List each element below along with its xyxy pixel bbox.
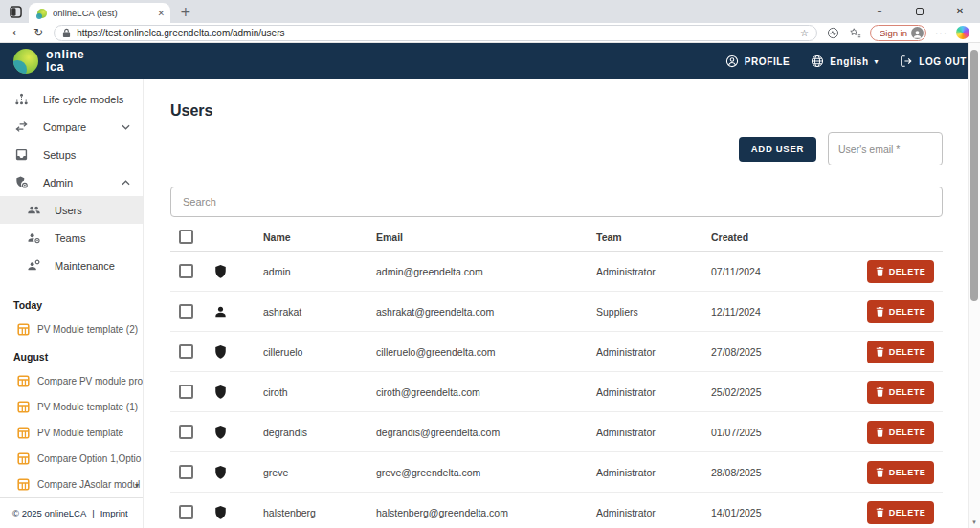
user-email: halstenberg@greendelta.com <box>376 507 596 518</box>
sidebar-item-users[interactable]: Users <box>0 196 143 224</box>
recent-item[interactable]: PV Module template <box>0 420 143 446</box>
sidebar-item-label: Admin <box>43 177 73 188</box>
chevron-down-icon <box>122 124 130 130</box>
recent-item-label: PV Module template (2) <box>37 324 138 335</box>
user-name: degrandis <box>263 427 376 438</box>
delete-button[interactable]: DELETE <box>867 260 934 283</box>
trash-icon <box>876 427 884 437</box>
address-bar[interactable]: https://test.onlinelca.greendelta.com/ad… <box>54 25 817 41</box>
recent-item[interactable]: Compare Option 1,Optio <box>0 446 143 472</box>
sidebar-item-label: Users <box>55 205 82 216</box>
content-area: Life cycle models Compare Setups <box>0 79 980 528</box>
add-user-button[interactable]: ADD USER <box>739 137 816 162</box>
column-header-name: Name <box>263 231 376 243</box>
row-checkbox[interactable] <box>179 344 193 359</box>
sidebar-item-maintenance[interactable]: Maintenance <box>0 252 143 279</box>
table-row: admin admin@greendelta.com Administrator… <box>170 252 943 292</box>
browser-essentials-icon[interactable] <box>822 27 844 39</box>
row-checkbox[interactable] <box>179 385 193 399</box>
user-created: 07/11/2024 <box>711 266 859 277</box>
inbox-icon <box>13 147 29 162</box>
row-checkbox[interactable] <box>179 304 193 319</box>
sidebar-item-compare[interactable]: Compare <box>0 113 143 141</box>
browser-workspaces-icon[interactable] <box>5 1 26 22</box>
table-icon <box>17 478 30 491</box>
shield-icon <box>213 505 228 520</box>
recent-item[interactable]: PV Module template (1) <box>0 394 143 420</box>
select-all-checkbox[interactable] <box>179 230 193 244</box>
language-selector[interactable]: English ▾ <box>811 55 879 68</box>
scrollbar-thumb[interactable] <box>970 50 978 301</box>
user-team: Suppliers <box>596 306 711 318</box>
recent-analyses: Today PV Module template (2) August Comp… <box>0 279 143 497</box>
delete-button[interactable]: DELETE <box>867 381 934 404</box>
page-scrollbar[interactable]: ▾ <box>968 43 980 528</box>
tab-title: onlineLCA (test) <box>53 8 151 18</box>
user-created: 27/08/2025 <box>711 346 859 358</box>
recent-item[interactable]: PV Module template (2) <box>0 317 143 342</box>
table-icon <box>17 323 30 336</box>
delete-label: DELETE <box>889 347 926 357</box>
compare-arrows-icon <box>13 120 29 134</box>
user-email-field[interactable] <box>828 132 943 165</box>
sidebar-item-label: Life cycle models <box>43 94 123 105</box>
app-header: online lca PROFILE English ▾ LOG OUT <box>0 43 980 79</box>
tab-close-icon[interactable]: ✕ <box>157 9 165 18</box>
signin-button[interactable]: Sign in <box>870 25 926 41</box>
user-name: cilleruelo <box>263 346 376 358</box>
user-created: 01/07/2025 <box>711 427 859 438</box>
row-checkbox[interactable] <box>179 425 193 439</box>
scrollbar-down-arrow[interactable]: ▾ <box>969 518 980 526</box>
site-favicon-icon <box>37 9 47 18</box>
trash-icon <box>876 266 884 276</box>
favorite-star-icon[interactable]: ☆ <box>800 28 809 38</box>
row-checkbox[interactable] <box>179 264 193 278</box>
delete-button[interactable]: DELETE <box>867 501 934 524</box>
browser-tab[interactable]: onlineLCA (test) ✕ <box>29 3 170 23</box>
collections-icon[interactable] <box>844 27 866 39</box>
logout-button[interactable]: LOG OUT <box>900 55 967 68</box>
window-restore-button[interactable] <box>900 0 940 23</box>
recent-item[interactable]: Compare PV module pro <box>0 368 143 394</box>
table-row: ashrakat ashrakat@greendelta.com Supplie… <box>170 292 943 332</box>
table-icon <box>17 452 30 465</box>
sidebar-item-label: Setups <box>43 149 76 161</box>
profile-button[interactable]: PROFILE <box>725 55 791 68</box>
copilot-icon[interactable] <box>956 26 969 39</box>
row-checkbox[interactable] <box>179 505 193 519</box>
delete-button[interactable]: DELETE <box>867 461 934 484</box>
chevron-up-icon <box>122 180 130 186</box>
recent-section-header: August <box>0 342 143 368</box>
trash-icon <box>876 467 884 477</box>
user-email: cilleruelo@greendelta.com <box>376 346 596 358</box>
table-icon <box>17 375 30 387</box>
recent-scroll-down-icon[interactable]: ▾ <box>135 481 139 490</box>
refresh-icon[interactable]: ↻ <box>28 26 49 39</box>
sidebar-item-admin[interactable]: Admin <box>0 168 143 196</box>
delete-button[interactable]: DELETE <box>867 300 934 323</box>
new-tab-button[interactable]: + <box>180 4 191 19</box>
user-email: ciroth@greendelta.com <box>376 386 596 398</box>
chevron-down-icon: ▾ <box>875 57 880 66</box>
app-logo[interactable]: online lca <box>13 49 84 74</box>
recent-item[interactable]: Compare JAsolar modul <box>0 472 143 497</box>
user-created: 12/11/2024 <box>711 306 859 318</box>
url-text[interactable]: https://test.onlinelca.greendelta.com/ad… <box>77 28 794 38</box>
profile-icon <box>725 55 739 68</box>
search-input[interactable] <box>170 187 943 217</box>
sidebar-item-setups[interactable]: Setups <box>0 141 143 168</box>
recent-item-label: PV Module template (1) <box>37 402 138 412</box>
window-minimize-button[interactable]: – <box>859 0 900 23</box>
shield-icon <box>213 344 228 360</box>
imprint-link[interactable]: Imprint <box>100 508 128 518</box>
more-menu-icon[interactable]: ··· <box>930 28 952 38</box>
delete-label: DELETE <box>889 267 926 276</box>
delete-button[interactable]: DELETE <box>867 421 934 444</box>
delete-button[interactable]: DELETE <box>867 341 934 363</box>
row-checkbox[interactable] <box>179 465 193 479</box>
sidebar-item-life-cycle-models[interactable]: Life cycle models <box>0 85 143 113</box>
window-close-button[interactable]: ✕ <box>940 0 980 23</box>
sidebar-item-teams[interactable]: Teams <box>0 224 143 252</box>
restore-icon <box>916 8 924 15</box>
back-icon[interactable]: ← <box>7 26 28 39</box>
